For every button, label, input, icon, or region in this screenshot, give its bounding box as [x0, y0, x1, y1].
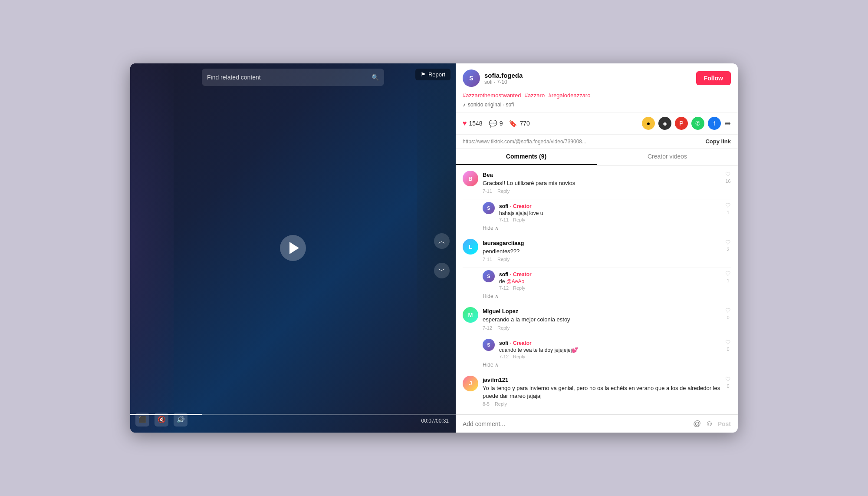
like-icon[interactable]: ♡ [725, 239, 731, 246]
reply-button[interactable]: Reply [497, 257, 510, 262]
hashtag-azzarothemostwanted[interactable]: #azzarothemostwanted [463, 92, 521, 99]
like-icon[interactable]: ♡ [725, 202, 731, 209]
reply-button[interactable]: Reply [495, 401, 507, 407]
download-icon[interactable]: ⬛ [135, 413, 149, 427]
like-icon[interactable]: ♡ [725, 376, 731, 383]
creator-handle: sofi · 7-10 [484, 79, 692, 85]
creator-badge: · Creator [510, 203, 531, 209]
video-blur-right [417, 63, 456, 433]
play-button[interactable] [280, 235, 306, 261]
saves-stat: 🔖 770 [509, 119, 529, 128]
creator-badge: · Creator [510, 340, 531, 346]
follow-button[interactable]: Follow [696, 71, 731, 85]
share-facebook-icon[interactable]: f [708, 117, 721, 130]
reply-button[interactable]: Reply [497, 188, 510, 194]
video-bottom-controls: ⬛ 🔇 🔊 [135, 413, 187, 427]
hashtag-regalodeazzaro[interactable]: #regalodeazzaro [549, 92, 591, 99]
reply-text: hahajsjajajaj love u [499, 210, 721, 216]
reply-button[interactable]: Reply [497, 325, 510, 331]
share-pinterest-icon[interactable]: P [675, 117, 688, 130]
avatar: S [483, 339, 495, 351]
comments-stat: 💬 9 [489, 119, 503, 128]
like-icon[interactable]: ♡ [725, 171, 731, 178]
avatar: M [463, 307, 478, 323]
next-video-button[interactable]: ﹀ [434, 263, 450, 278]
reply-button[interactable]: Reply [513, 217, 525, 222]
emoji-icon[interactable]: ☺ [705, 419, 713, 428]
stats-row: ♥ 1548 💬 9 🔖 770 ● ◈ P ✆ f ➦ [456, 112, 738, 135]
comments-list: B Bea Gracias!! Lo utilizaré para mis no… [456, 165, 738, 414]
chevron-down-icon: ﹀ [438, 265, 446, 276]
comment-date: 7-12 [483, 325, 492, 331]
share-link-text: https://www.tiktok.com/@sofia.fogeda/vid… [463, 139, 701, 145]
mention-icon[interactable]: @ [693, 419, 701, 428]
like-count: 0 [727, 384, 729, 389]
tab-creator-videos[interactable]: Creator videos [597, 149, 738, 165]
comment-meta: 7-11 Reply [483, 188, 721, 194]
report-icon: ⚑ [421, 71, 426, 78]
comment-content: javifm121 Yo la tengo y para invierno va… [483, 376, 721, 407]
no-sound-icon[interactable]: 🔇 [155, 413, 168, 427]
copy-link-button[interactable]: Copy link [705, 138, 731, 145]
hashtag-azzaro[interactable]: #azzaro [525, 92, 545, 99]
comment-item: L lauraagarciiaag pendientes??? 7-11 Rep… [463, 234, 731, 268]
share-icons: ● ◈ P ✆ f ➦ [642, 117, 731, 130]
like-icon[interactable]: ♡ [725, 339, 731, 346]
heart-icon: ♥ [463, 119, 467, 127]
avatar: J [463, 376, 478, 391]
reply-like: ♡ 1 [725, 270, 731, 291]
reply-item: S sofi· Creator hahajsjajajaj love u 7-1… [483, 199, 731, 225]
user-info: sofia.fogeda sofi · 7-10 [484, 72, 692, 85]
hide-replies-button[interactable]: Hide ∧ [483, 362, 731, 368]
like-icon[interactable]: ♡ [725, 270, 731, 277]
share-tiktok-icon[interactable]: ◈ [658, 117, 671, 130]
search-icon[interactable]: 🔍 [372, 74, 379, 81]
reply-meta: 7-11 Reply [499, 217, 721, 222]
reply-button[interactable]: Reply [513, 354, 525, 359]
chevron-up-icon: ∧ [495, 225, 499, 231]
avatar: L [463, 239, 478, 255]
comment-item: B Bea Gracias!! Lo utilizaré para mis no… [463, 165, 731, 199]
hide-label: Hide [483, 225, 493, 231]
creator-badge: · Creator [510, 271, 531, 278]
app-container: Find related content 🔍 ⚑ Report ︿ ﹀ 00:0… [130, 63, 738, 433]
reply-meta: 7-12 Reply [499, 285, 721, 291]
reply-content: sofi· Creator cuando te vea te la doy je… [499, 339, 721, 359]
hide-replies-button[interactable]: Hide ∧ [483, 225, 731, 231]
comment-item: M Miguel Lopez esperando a la mejor colo… [463, 302, 731, 336]
reply-text: cuando te vea te la doy jejejejej💕 [499, 347, 721, 353]
reply-meta: 7-12 Reply [499, 354, 721, 359]
comment-input[interactable] [463, 420, 689, 427]
reply-date: 7-12 [499, 354, 509, 359]
reply-item: S sofi· Creator de @AeAo 7-12 Reply ♡ 1 [483, 268, 731, 293]
reply-author: sofi [499, 203, 508, 209]
reply-text: de @AeAo [499, 278, 721, 284]
avatar: B [463, 171, 478, 186]
video-panel: Find related content 🔍 ⚑ Report ︿ ﹀ 00:0… [130, 63, 456, 433]
hide-replies-button[interactable]: Hide ∧ [483, 293, 731, 299]
likes-count: 1548 [469, 120, 483, 127]
prev-video-button[interactable]: ︿ [434, 233, 450, 249]
reply-button[interactable]: Reply [513, 285, 525, 291]
report-button[interactable]: ⚑ Report [415, 69, 450, 80]
volume-icon[interactable]: 🔊 [174, 413, 187, 427]
link-row: https://www.tiktok.com/@sofia.fogeda/vid… [456, 135, 738, 149]
comment-text: esperando a la mejor colonia estoy [483, 316, 721, 324]
post-button[interactable]: Post [718, 420, 731, 427]
find-related-label: Find related content [207, 74, 261, 81]
chevron-up-icon: ∧ [495, 362, 499, 368]
find-related-bar[interactable]: Find related content 🔍 [202, 69, 384, 86]
like-icon[interactable]: ♡ [725, 307, 731, 314]
share-whatsapp2-icon[interactable]: ✆ [691, 117, 704, 130]
comment-meta: 8-5 Reply [483, 401, 721, 407]
chevron-up-icon: ︿ [438, 236, 446, 246]
reply-content: sofi· Creator hahajsjajajaj love u 7-11 … [499, 202, 721, 222]
comment-input-row: @ ☺ Post [456, 414, 738, 433]
tab-comments[interactable]: Comments (9) [456, 149, 597, 165]
share-whatsapp-icon[interactable]: ● [642, 117, 655, 130]
share-more-icon[interactable]: ➦ [724, 119, 731, 128]
comment-date: 7-11 [483, 257, 492, 262]
saves-count: 770 [519, 120, 529, 127]
reply-item: S sofi· Creator cuando te vea te la doy … [483, 336, 731, 362]
video-blur-left [130, 63, 174, 433]
